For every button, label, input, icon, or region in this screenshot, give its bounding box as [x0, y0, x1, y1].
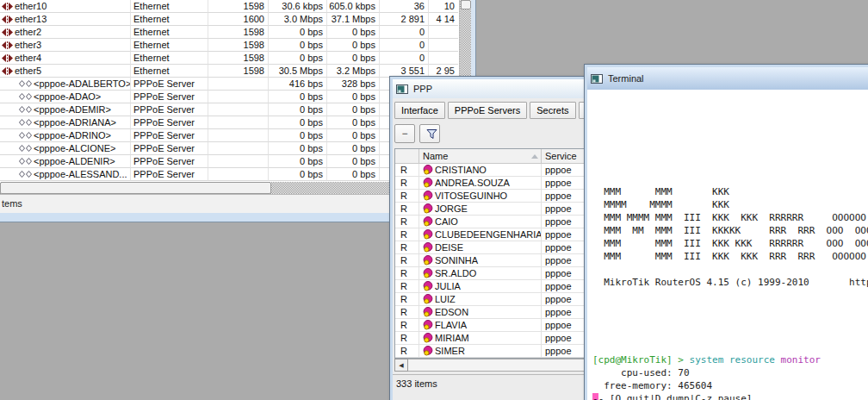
terminal-line: MMM MMM III KKK KKK RRR RRR OOOOOO	[592, 250, 868, 263]
ppp-service: pppoe	[542, 190, 589, 203]
ppp-secret-row[interactable]: R CRISTIANO pppoe	[395, 164, 589, 177]
ppp-window: PPP Interface PPPoE Servers Secrets Prof…	[389, 76, 592, 400]
interface-tx-packets: 0	[380, 52, 429, 65]
interface-row[interactable]: ether4 Ethernet 1598 0 bps 0 bps 0	[0, 52, 458, 65]
tab-pppoe-servers[interactable]: PPPoE Servers	[448, 102, 527, 119]
ppp-flag: R	[395, 345, 419, 358]
ppp-user-icon	[423, 268, 433, 278]
ppp-secret-row[interactable]: R CAIO pppoe	[395, 216, 589, 228]
ppp-scrollbar-thumb[interactable]	[408, 359, 589, 372]
terminal-output[interactable]: MMM MMM KKK MMMM MMMM KKK MMM MMMM MMM I…	[587, 90, 868, 400]
ppp-window-title: PPP	[413, 84, 432, 94]
ppp-user-icon	[423, 178, 433, 188]
ppp-user-name: ANDREA.SOUZA	[435, 177, 510, 189]
interface-rx-rate: 0 bps	[327, 26, 380, 39]
interface-type: Ethernet	[131, 39, 208, 52]
interface-row[interactable]: ether2 Ethernet 1598 0 bps 0 bps 0	[0, 26, 458, 39]
ppp-secret-row[interactable]: R LUIZ pppoe	[395, 293, 589, 306]
ethernet-interface-icon	[2, 3, 13, 10]
interface-rx-rate: 328 bps	[327, 78, 380, 91]
scroll-left-button[interactable]: ◀	[394, 359, 408, 372]
terminal-line	[592, 302, 868, 315]
ppp-user-name: CRISTIANO	[435, 164, 487, 176]
terminal-window-title: Terminal	[608, 73, 644, 84]
interface-mtu: 1598	[208, 0, 269, 13]
interface-type: PPPoE Server	[131, 142, 208, 155]
ppp-secret-row[interactable]: R FLAVIA pppoe	[395, 319, 589, 332]
terminal-line	[592, 172, 868, 185]
ppp-flag: R	[395, 216, 419, 228]
terminal-line: MMM MMM KKK	[592, 185, 868, 198]
interface-row[interactable]: ether3 Ethernet 1598 0 bps 0 bps 0	[0, 39, 458, 52]
name-column-header[interactable]: Name	[419, 149, 542, 164]
terminal-line	[592, 328, 868, 341]
interface-rx-rate: 0 bps	[327, 39, 380, 52]
interface-mtu: 1598	[208, 39, 269, 52]
terminal-title-bar[interactable]: Terminal	[587, 67, 868, 90]
interface-tx-rate: 0 bps	[269, 168, 327, 181]
interface-row[interactable]: ether13 Ethernet 1600 3.0 Mbps 37.1 Mbps…	[0, 13, 458, 26]
interface-name: ether3	[15, 39, 41, 51]
terminal-line: free-memory: 465604	[592, 379, 868, 392]
ppp-title-bar[interactable]: PPP	[393, 79, 589, 98]
remove-button-label: −	[401, 128, 407, 140]
terminal-line	[592, 134, 868, 147]
flag-column-header[interactable]	[395, 149, 419, 164]
ppp-user-icon	[423, 255, 433, 266]
pppoe-server-icon	[19, 93, 32, 100]
interface-mtu: 1600	[208, 13, 269, 26]
interface-type: Ethernet	[131, 26, 208, 39]
ppp-service: pppoe	[542, 254, 589, 267]
ppp-secret-row[interactable]: R ANDREA.SOUZA pppoe	[395, 177, 589, 190]
interface-rx-rate: 0 bps	[327, 52, 380, 65]
ppp-service: pppoe	[542, 306, 589, 319]
tab-interface[interactable]: Interface	[394, 102, 445, 119]
service-column-header[interactable]: Service	[542, 149, 589, 164]
ppp-secret-row[interactable]: R SR.ALDO pppoe	[395, 267, 589, 280]
interface-tx-packets: 36	[380, 0, 429, 13]
interface-mtu	[208, 155, 269, 168]
ppp-secret-row[interactable]: R MIRIAM pppoe	[395, 332, 589, 345]
pppoe-server-icon	[19, 119, 32, 126]
ppp-secret-row[interactable]: R SIMER pppoe	[395, 345, 589, 358]
ppp-service: pppoe	[542, 228, 589, 241]
remove-button[interactable]: −	[394, 124, 415, 143]
interface-rx-packets	[429, 39, 458, 52]
terminal-line: [cpd@MikroTik] > system resource monitor	[592, 353, 868, 366]
pppoe-server-icon	[19, 158, 32, 165]
interface-tx-rate: 0 bps	[269, 39, 327, 52]
ppp-secret-row[interactable]: R SONINHA pppoe	[395, 254, 589, 267]
interface-rx-rate: 0 bps	[327, 91, 380, 103]
terminal-line	[592, 147, 868, 159]
ppp-secret-row[interactable]: R VITOSEGUINHO pppoe	[395, 190, 589, 203]
horizontal-scrollbar-thumb[interactable]	[0, 182, 271, 194]
interface-rx-rate: 3.2 Mbps	[327, 65, 380, 78]
ppp-secret-row[interactable]: R JULIA pppoe	[395, 280, 589, 293]
ppp-flag: R	[395, 241, 419, 254]
tab-secrets[interactable]: Secrets	[530, 102, 575, 119]
interface-rx-packets	[429, 52, 458, 65]
ppp-service: pppoe	[542, 241, 589, 254]
filter-button[interactable]	[419, 124, 440, 143]
ppp-flag: R	[395, 306, 419, 319]
interface-mtu	[208, 103, 269, 116]
ppp-items-count: 333 items	[396, 378, 437, 389]
ppp-table-rows: R CRISTIANO pppoe R ANDREA.SOUZA pppoe R…	[395, 164, 589, 358]
interface-rx-rate: 0 bps	[327, 168, 380, 181]
ppp-secret-row[interactable]: R CLUBEDEENGENHARIA pppoe	[395, 228, 589, 241]
ppp-user-icon	[423, 203, 433, 214]
interface-rx-packets: 10	[429, 0, 458, 13]
interface-tx-rate: 0 bps	[269, 129, 327, 142]
ppp-secret-row[interactable]: R EDSON pppoe	[395, 306, 589, 319]
ppp-service: pppoe	[542, 345, 589, 358]
interface-type: PPPoE Server	[131, 116, 208, 129]
interface-type: Ethernet	[131, 0, 208, 13]
pppoe-server-icon	[19, 106, 32, 113]
terminal-text: MMM MMM KKK MMMM MMMM KKK MMM MMMM MMM I…	[587, 90, 868, 400]
name-column-label: Name	[423, 149, 448, 163]
ppp-secret-row[interactable]: R DEISE pppoe	[395, 241, 589, 254]
interface-row[interactable]: ether10 Ethernet 1598 30.6 kbps 605.0 kb…	[0, 0, 458, 13]
ppp-secret-row[interactable]: R JORGE pppoe	[395, 203, 589, 216]
vertical-scrollbar-thumb[interactable]	[461, 0, 471, 9]
ppp-flag: R	[395, 203, 419, 216]
